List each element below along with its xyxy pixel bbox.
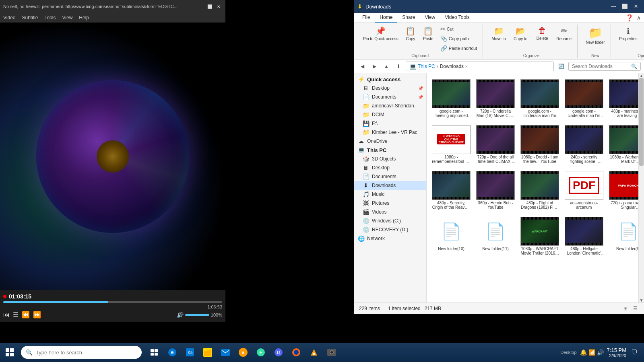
paste-shortcut-button[interactable]: 🔗 Paste shortcut — [438, 44, 479, 53]
tripadvisor-icon[interactable]: ✈ — [253, 343, 269, 362]
new-folder-button[interactable]: 📁 New folder — [583, 25, 607, 46]
rewind-button[interactable]: ⏪ — [22, 311, 30, 319]
file-item[interactable]: 480p - Hellgate London 'Cinematic' Trail… — [563, 214, 605, 258]
file-item[interactable]: 480p - Flight of Dragons (1982) Final Sh… — [518, 168, 561, 212]
file-item[interactable]: 240p - serenity fighting scene - YouTube — [563, 122, 605, 167]
sidebar-item-music[interactable]: 🎵 Music — [354, 190, 426, 199]
menu-help[interactable]: Help — [79, 15, 89, 21]
ribbon-help-icon[interactable]: ❓ — [625, 14, 634, 22]
copy-path-button[interactable]: 📎 Copy path — [438, 34, 479, 43]
volume-taskbar-icon[interactable]: 🔊 — [597, 349, 604, 356]
mail-icon[interactable] — [217, 343, 233, 362]
task-view-button[interactable] — [147, 343, 163, 362]
up-button[interactable]: ▲ — [382, 62, 391, 71]
sidebar-item-documents[interactable]: 📄 Documents — [354, 172, 426, 181]
desktop-button[interactable]: Desktop — [560, 350, 576, 355]
progress-bar[interactable] — [3, 301, 222, 303]
sidebar-item-network[interactable]: 🌐 Network — [354, 234, 426, 243]
refresh-button[interactable]: 🔄 — [556, 62, 566, 71]
file-item[interactable]: 720p - Cinderella Man (18) Movie CLIP - … — [474, 76, 517, 121]
rename-button[interactable]: ✏ Rename — [554, 25, 574, 43]
paste-button[interactable]: 📋 Paste — [420, 25, 436, 43]
maximize-button[interactable]: ⬜ — [206, 3, 213, 10]
path-downloads[interactable]: Downloads — [440, 64, 464, 69]
ribbon-collapse[interactable]: ∧ — [637, 14, 641, 21]
sidebar-item-this-pc[interactable]: 💻 This PC — [354, 146, 426, 154]
menu-view[interactable]: View — [62, 15, 73, 21]
pin-to-quick-access-button[interactable]: 📌 Pin to Quick access — [361, 25, 401, 43]
volume-bar[interactable] — [185, 314, 209, 316]
forward-button[interactable]: ▶ — [369, 62, 379, 71]
sidebar-item-kimber[interactable]: 📁 Kimber Lee - VR Pac — [354, 128, 426, 137]
edit-button[interactable]: ✏ Edit — [642, 34, 644, 43]
view-large-icon[interactable]: ⊞ — [621, 304, 630, 313]
sidebar-item-f-drive[interactable]: 💾 F:\ — [354, 119, 426, 128]
search-box[interactable]: 🔍 — [568, 62, 641, 71]
move-to-button[interactable]: 📁 Move to — [489, 25, 509, 43]
notification-center-button[interactable]: 🗨 — [631, 349, 638, 356]
vlc-icon[interactable] — [306, 343, 322, 362]
explorer-maximize[interactable]: ⬜ — [620, 2, 630, 10]
explorer-minimize[interactable]: — — [609, 2, 618, 10]
notification-icon[interactable]: 🔔 — [580, 349, 587, 356]
sidebar-item-recovery-d[interactable]: 💿 RECOVERY (D:) — [354, 225, 426, 234]
sidebar-item-documents-pinned[interactable]: 📄 Documents 📌 — [354, 93, 426, 101]
tab-home[interactable]: Home — [375, 13, 397, 23]
sidebar-item-quick-access[interactable]: ⚡ Quick access — [354, 75, 426, 84]
scroll-up-button[interactable]: ▲ — [639, 73, 644, 78]
search-input[interactable] — [572, 64, 630, 69]
file-item[interactable]: google.com - cinderalla man I'm sorry - … — [563, 76, 605, 121]
sidebar-item-dcim[interactable]: 📁 DCIM — [354, 110, 426, 119]
cut-button[interactable]: ✂ Cut — [438, 25, 479, 33]
file-item[interactable]: PAPA ROACH 720p - papa roach - Singular … — [607, 168, 638, 212]
copy-button[interactable]: 📋 Copy — [402, 25, 419, 43]
volume-control[interactable]: 🔊 100% — [177, 312, 222, 318]
file-item[interactable]: 📄 New folder(10) — [430, 214, 473, 258]
close-button[interactable]: ✕ — [215, 3, 222, 10]
file-item[interactable]: 📄 New folder(9) — [607, 214, 638, 258]
path-this-pc[interactable]: This PC — [418, 64, 435, 69]
firefox-icon[interactable] — [288, 343, 304, 362]
file-item[interactable]: 1080p - Warhammer Mark Of Chaos(1080pH..… — [607, 122, 638, 167]
delete-button[interactable]: 🗑 Delete — [532, 25, 552, 42]
tab-video-tools[interactable]: Video Tools — [440, 13, 475, 23]
file-item[interactable]: google.com - meeting adjourned monster s… — [430, 76, 473, 121]
prev-button[interactable]: ⏮ — [3, 311, 10, 319]
file-item[interactable]: PDF aos-monstrous-arcanum — [563, 168, 605, 212]
back-button[interactable]: ◀ — [357, 62, 367, 71]
copy-to-button[interactable]: 📂 Copy to — [510, 25, 530, 43]
file-item[interactable]: WARCRAFT 1080p - WARCRAFT Movie Trailer … — [518, 214, 561, 258]
tab-view[interactable]: View — [420, 13, 440, 23]
minimize-button[interactable]: — — [197, 3, 204, 10]
start-button[interactable] — [0, 343, 19, 362]
file-item[interactable]: 360p - Heroin Bob - YouTube — [474, 168, 517, 212]
recent-locations-button[interactable]: ⬇ — [394, 62, 403, 71]
sidebar-item-downloads[interactable]: ⬇ Downloads — [354, 181, 426, 190]
sidebar-item-windows-c[interactable]: 💿 Windows (C:) — [354, 216, 426, 225]
file-item[interactable]: 480p - marines, we are leaving - YouTube — [607, 76, 638, 121]
address-path[interactable]: 💻 This PC › Downloads › — [406, 62, 554, 71]
scrollbar[interactable]: ▲ ▼ — [638, 73, 644, 302]
file-item[interactable]: ⚠ WARNINGONLY THESTRONG SURVIVE 1080p - … — [430, 122, 473, 167]
taskbar-search-input[interactable] — [36, 350, 137, 356]
tab-file[interactable]: File — [357, 13, 375, 23]
sidebar-item-onedrive[interactable]: ☁ OneDrive — [354, 137, 426, 146]
file-item[interactable]: google.com - cinderalla man I'm sorry - … — [518, 76, 561, 121]
explorer-close[interactable]: ✕ — [631, 2, 641, 10]
history-button[interactable]: 🕐 History — [642, 44, 644, 53]
file-item[interactable]: 📄 New folder(11) — [474, 214, 517, 258]
discord-icon[interactable]: D — [270, 343, 287, 362]
menu-subtitle[interactable]: Subtitle — [22, 15, 38, 21]
camera-icon[interactable] — [324, 343, 340, 362]
file-item[interactable]: 720p - One of the all time best CLIMAX -… — [474, 122, 517, 167]
view-details-icon[interactable]: ☰ — [631, 304, 639, 313]
taskbar-clock[interactable]: 7:15 PM 2/9/2020 — [607, 347, 626, 358]
fast-forward-button[interactable]: ⏩ — [33, 311, 41, 319]
open-button[interactable]: 📂 Open — [642, 25, 644, 33]
sidebar-item-pictures[interactable]: 🖼 Pictures — [354, 199, 426, 208]
scroll-down-button[interactable]: ▼ — [639, 298, 644, 302]
menu-tools[interactable]: Tools — [45, 15, 56, 21]
media-video-area[interactable] — [0, 23, 225, 290]
sidebar-item-videos[interactable]: 🎬 Videos — [354, 208, 426, 216]
file-item[interactable]: 1080p - Dredd - I am the law. - YouTube — [518, 122, 561, 167]
